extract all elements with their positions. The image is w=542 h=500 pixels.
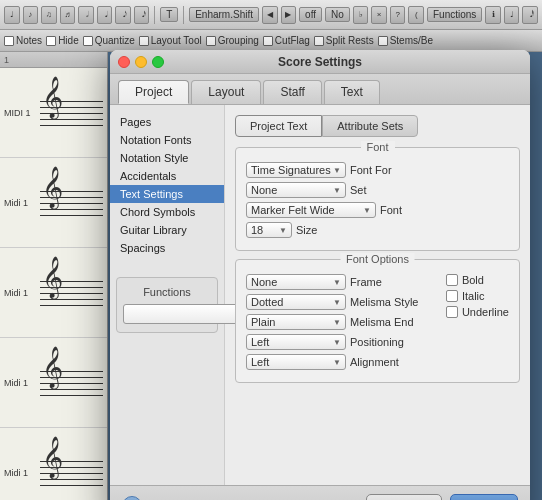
nav-item-text-settings[interactable]: Text Settings xyxy=(110,185,224,203)
toolbar-icon-6[interactable]: 𝅘𝅥 xyxy=(97,6,113,24)
nav-item-pages[interactable]: Pages xyxy=(110,113,224,131)
toolbar-icon-17[interactable]: 𝅘𝅥𝅰 xyxy=(522,6,538,24)
toolbar-icon-3[interactable]: ♫ xyxy=(41,6,57,24)
font-section: Font Time Signatures ▼ Font For None xyxy=(235,147,520,251)
toolbar-icon-1[interactable]: ♩ xyxy=(4,6,20,24)
help-button[interactable]: ? xyxy=(122,496,142,500)
fo-alignment-select[interactable]: Left ▼ xyxy=(246,354,346,370)
staff-lines-2: 𝄞 xyxy=(40,173,103,233)
font-size-select[interactable]: 18 ▼ xyxy=(246,222,292,238)
toolbar2-quantize[interactable]: Quantize xyxy=(83,35,135,46)
fo-frame-arrow: ▼ xyxy=(331,278,343,287)
apply-button[interactable]: Apply xyxy=(450,494,518,500)
nav-item-chord-symbols[interactable]: Chord Symbols xyxy=(110,203,224,221)
toolbar-icon-10[interactable]: ▶ xyxy=(281,6,297,24)
score-panel: 1 MIDI 1 𝄞 Midi 1 𝄞 Midi 1 𝄞 xyxy=(0,52,108,500)
toolbar-icon-15[interactable]: ℹ xyxy=(485,6,501,24)
tab-text[interactable]: Text xyxy=(324,80,380,104)
toolbar-icon-13[interactable]: ? xyxy=(390,6,406,24)
maximize-button[interactable] xyxy=(152,56,164,68)
fo-row-melisma-end: Plain ▼ Melisma End xyxy=(246,314,438,330)
bold-label: Bold xyxy=(462,274,484,286)
toolbar-functions-label[interactable]: Functions xyxy=(427,7,482,22)
toolbar2-grouping-checkbox[interactable] xyxy=(206,36,216,46)
toolbar2-hide-checkbox[interactable] xyxy=(46,36,56,46)
italic-checkbox[interactable] xyxy=(446,290,458,302)
underline-checkbox[interactable] xyxy=(446,306,458,318)
toolbar-t-label[interactable]: T xyxy=(160,7,178,22)
fo-positioning-select[interactable]: Left ▼ xyxy=(246,334,346,350)
font-row-1: Time Signatures ▼ Font For xyxy=(246,162,509,178)
clef-symbol-1: 𝄞 xyxy=(42,79,63,115)
toolbar2-notes[interactable]: Notes xyxy=(4,35,42,46)
bold-checkbox[interactable] xyxy=(446,274,458,286)
fo-melismaend-label: Melisma End xyxy=(350,316,414,328)
toolbar-no-label[interactable]: No xyxy=(325,7,350,22)
font-set-select[interactable]: None ▼ xyxy=(246,182,346,198)
fo-frame-select[interactable]: None ▼ xyxy=(246,274,346,290)
toolbar-off-label[interactable]: off xyxy=(299,7,322,22)
toolbar2-layout-checkbox[interactable] xyxy=(139,36,149,46)
clef-symbol-5: 𝄞 xyxy=(42,439,63,475)
toolbar2-quantize-label: Quantize xyxy=(95,35,135,46)
toolbar-icon-2[interactable]: ♪ xyxy=(23,6,39,24)
minimize-button[interactable] xyxy=(135,56,147,68)
toolbar2-cutflag-label: CutFlag xyxy=(275,35,310,46)
tab-layout[interactable]: Layout xyxy=(191,80,261,104)
tab-project[interactable]: Project xyxy=(118,80,189,104)
toolbar2-stems[interactable]: Stems/Be xyxy=(378,35,433,46)
dialog-title: Score Settings xyxy=(278,55,362,69)
font-for-value: Time Signatures xyxy=(251,164,331,176)
toolbar-icon-8[interactable]: 𝅘𝅥𝅯 xyxy=(134,6,150,24)
nav-item-notation-fonts[interactable]: Notation Fonts xyxy=(110,131,224,149)
underline-label: Underline xyxy=(462,306,509,318)
toolbar-icon-7[interactable]: 𝅘𝅥𝅮 xyxy=(115,6,131,24)
toolbar2-stems-checkbox[interactable] xyxy=(378,36,388,46)
fo-melismastyle-select[interactable]: Dotted ▼ xyxy=(246,294,346,310)
dialog-body: Pages Notation Fonts Notation Style Acci… xyxy=(110,105,530,485)
font-row-4: 18 ▼ Size xyxy=(246,222,509,238)
toolbar-enharm-label[interactable]: Enharm.Shift xyxy=(189,7,259,22)
toolbar2-grouping[interactable]: Grouping xyxy=(206,35,259,46)
toolbar2-cutflag-checkbox[interactable] xyxy=(263,36,273,46)
font-name-select[interactable]: Marker Felt Wide ▼ xyxy=(246,202,376,218)
toolbar-icon-16[interactable]: ♩ xyxy=(504,6,520,24)
toolbar2-splitrests[interactable]: Split Rests xyxy=(314,35,374,46)
fo-row-melisma-style: Dotted ▼ Melisma Style xyxy=(246,294,438,310)
fo-alignment-label: Alignment xyxy=(350,356,399,368)
toolbar2-layout[interactable]: Layout Tool xyxy=(139,35,202,46)
nav-item-accidentals[interactable]: Accidentals xyxy=(110,167,224,185)
toolbar-icon-12[interactable]: × xyxy=(371,6,387,24)
toolbar2-notes-label: Notes xyxy=(16,35,42,46)
fo-melismaend-select[interactable]: Plain ▼ xyxy=(246,314,346,330)
toolbar-icon-11[interactable]: ♭ xyxy=(353,6,369,24)
close-button[interactable] xyxy=(118,56,130,68)
tab-staff[interactable]: Staff xyxy=(263,80,321,104)
tab-bar: Project Layout Staff Text xyxy=(110,74,530,105)
toolbar-icon-9[interactable]: ◀ xyxy=(262,6,278,24)
sub-tab-attribute-sets[interactable]: Attribute Sets xyxy=(322,115,418,137)
dialog-titlebar: Score Settings xyxy=(110,50,530,74)
toolbar-icon-14[interactable]: ( xyxy=(408,6,424,24)
fo-melismaend-value: Plain xyxy=(251,316,275,328)
toolbar2-notes-checkbox[interactable] xyxy=(4,36,14,46)
toolbar2-splitrests-checkbox[interactable] xyxy=(314,36,324,46)
default-button[interactable]: Default xyxy=(366,494,442,500)
toolbar-icon-4[interactable]: ♬ xyxy=(60,6,76,24)
toolbar-sep-1 xyxy=(154,6,155,24)
font-for-label: Font For xyxy=(350,164,392,176)
toolbar2-hide[interactable]: Hide xyxy=(46,35,79,46)
toolbar2-cutflag[interactable]: CutFlag xyxy=(263,35,310,46)
fo-positioning-label: Positioning xyxy=(350,336,404,348)
font-size-value: 18 xyxy=(251,224,263,236)
toolbar-icon-5[interactable]: 𝅗𝅥 xyxy=(78,6,94,24)
font-for-select[interactable]: Time Signatures ▼ xyxy=(246,162,346,178)
sub-tab-project-text[interactable]: Project Text xyxy=(235,115,322,137)
score-track-4: Midi 1 𝄞 xyxy=(0,338,107,428)
nav-item-guitar-library[interactable]: Guitar Library xyxy=(110,221,224,239)
main-toolbar: ♩ ♪ ♫ ♬ 𝅗𝅥 𝅘𝅥 𝅘𝅥𝅮 𝅘𝅥𝅯 T Enharm.Shift ◀ ▶… xyxy=(0,0,542,30)
nav-item-notation-style[interactable]: Notation Style xyxy=(110,149,224,167)
toolbar2-quantize-checkbox[interactable] xyxy=(83,36,93,46)
fo-melismastyle-value: Dotted xyxy=(251,296,283,308)
nav-item-spacings[interactable]: Spacings xyxy=(110,239,224,257)
